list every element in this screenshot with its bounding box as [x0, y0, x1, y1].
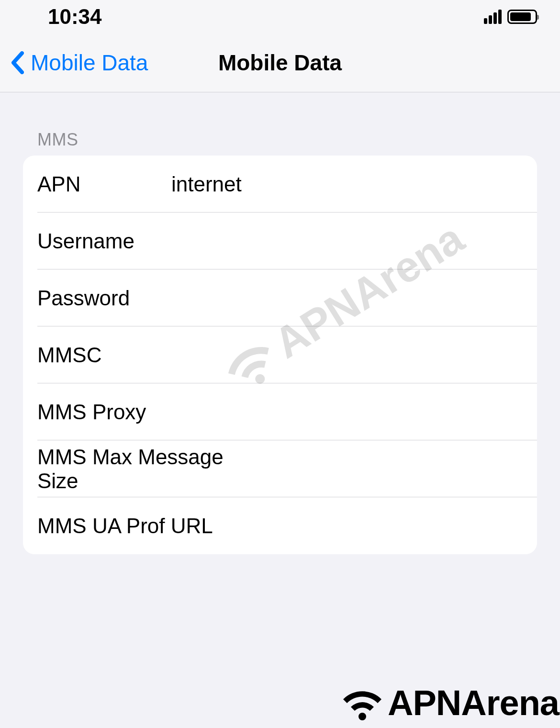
label-mms-proxy: MMS Proxy — [37, 400, 146, 424]
back-label: Mobile Data — [31, 50, 148, 76]
label-password: Password — [37, 286, 171, 310]
label-mms-ua-prof: MMS UA Prof URL — [37, 514, 260, 538]
label-mmsc: MMSC — [37, 343, 171, 367]
input-mms-max-size[interactable] — [260, 457, 537, 481]
row-mms-proxy[interactable]: MMS Proxy — [23, 383, 537, 440]
row-mms-max-size[interactable]: MMS Max Message Size — [23, 440, 537, 497]
signal-icon — [484, 10, 502, 24]
label-username: Username — [37, 229, 171, 253]
row-apn[interactable]: APN — [23, 156, 537, 213]
battery-icon — [507, 10, 537, 24]
navigation-bar: Mobile Data Mobile Data — [0, 34, 560, 92]
back-button[interactable]: Mobile Data — [0, 50, 148, 76]
label-mms-max-size: MMS Max Message Size — [37, 445, 260, 493]
chevron-left-icon — [11, 51, 24, 74]
status-icons — [484, 10, 537, 24]
settings-group: APN Username Password MMSC MMS Proxy MMS… — [23, 156, 537, 554]
input-password[interactable] — [171, 286, 537, 310]
label-apn: APN — [37, 172, 171, 196]
input-mmsc[interactable] — [171, 343, 537, 367]
content: MMS APN Username Password MMSC MMS Proxy… — [0, 92, 560, 554]
input-mms-proxy[interactable] — [146, 400, 537, 424]
row-username[interactable]: Username — [23, 213, 537, 269]
input-username[interactable] — [171, 229, 537, 253]
watermark-text: APNArena — [388, 683, 559, 723]
page-title: Mobile Data — [218, 50, 342, 76]
section-header-mms: MMS — [23, 130, 537, 156]
status-time: 10:34 — [48, 5, 102, 29]
row-mms-ua-prof[interactable]: MMS UA Prof URL — [23, 497, 537, 554]
row-password[interactable]: Password — [23, 269, 537, 326]
input-mms-ua-prof[interactable] — [260, 514, 537, 538]
input-apn[interactable] — [171, 172, 537, 196]
wifi-icon — [339, 686, 386, 720]
row-mmsc[interactable]: MMSC — [23, 326, 537, 383]
status-bar: 10:34 — [0, 0, 560, 34]
watermark-bottom: APNArena — [339, 683, 559, 723]
